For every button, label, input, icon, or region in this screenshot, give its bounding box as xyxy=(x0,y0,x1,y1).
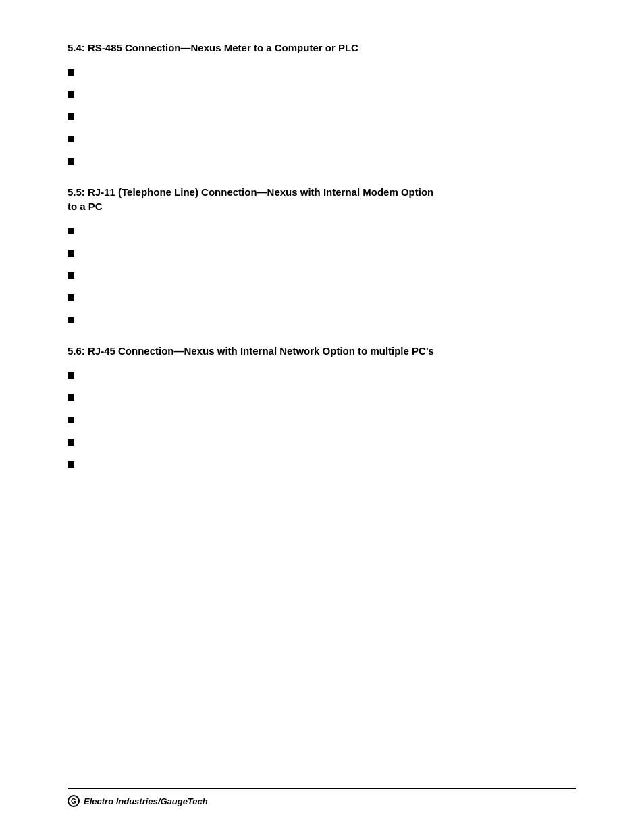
page: 5.4: RS-485 Connection—Nexus Meter to a … xyxy=(0,0,644,834)
list-item xyxy=(68,67,576,76)
bullet-icon xyxy=(68,417,74,423)
list-item xyxy=(68,437,576,446)
list-item xyxy=(68,111,576,120)
footer: G Electro Industries/GaugeTech xyxy=(68,788,576,807)
footer-copyright: G Electro Industries/GaugeTech xyxy=(68,795,208,807)
list-item xyxy=(68,392,576,401)
bullet-icon xyxy=(68,372,74,379)
list-item xyxy=(68,134,576,142)
section-5-5-bullets xyxy=(68,226,576,323)
bullet-icon xyxy=(68,69,74,76)
bullet-icon xyxy=(68,294,74,301)
list-item xyxy=(68,89,576,98)
list-item xyxy=(68,156,576,165)
bullet-icon xyxy=(68,91,74,98)
bullet-icon xyxy=(68,113,74,120)
list-item xyxy=(68,370,576,379)
section-5-6-heading: 5.6: RJ-45 Connection—Nexus with Interna… xyxy=(68,344,576,358)
list-item xyxy=(68,459,576,468)
section-5-6-bullets xyxy=(68,370,576,468)
list-item xyxy=(68,292,576,301)
bullet-icon xyxy=(68,272,74,279)
list-item xyxy=(68,415,576,423)
footer-company-name: Electro Industries/GaugeTech xyxy=(84,796,208,806)
bullet-icon xyxy=(68,317,74,323)
bullet-icon xyxy=(68,158,74,165)
list-item xyxy=(68,270,576,279)
section-5-5: 5.5: RJ-11 (Telephone Line) Connection—N… xyxy=(68,185,576,323)
bullet-icon xyxy=(68,461,74,468)
bullet-icon xyxy=(68,136,74,142)
section-5-4-bullets xyxy=(68,67,576,165)
bullet-icon xyxy=(68,250,74,257)
bullet-icon xyxy=(68,439,74,446)
list-item xyxy=(68,315,576,323)
bullet-icon xyxy=(68,394,74,401)
copyright-g-icon: G xyxy=(68,795,80,807)
list-item xyxy=(68,226,576,234)
section-5-6: 5.6: RJ-45 Connection—Nexus with Interna… xyxy=(68,344,576,468)
section-5-5-heading: 5.5: RJ-11 (Telephone Line) Connection—N… xyxy=(68,185,576,213)
list-item xyxy=(68,248,576,257)
section-5-4-heading: 5.4: RS-485 Connection—Nexus Meter to a … xyxy=(68,41,576,55)
bullet-icon xyxy=(68,228,74,234)
section-5-4: 5.4: RS-485 Connection—Nexus Meter to a … xyxy=(68,41,576,165)
